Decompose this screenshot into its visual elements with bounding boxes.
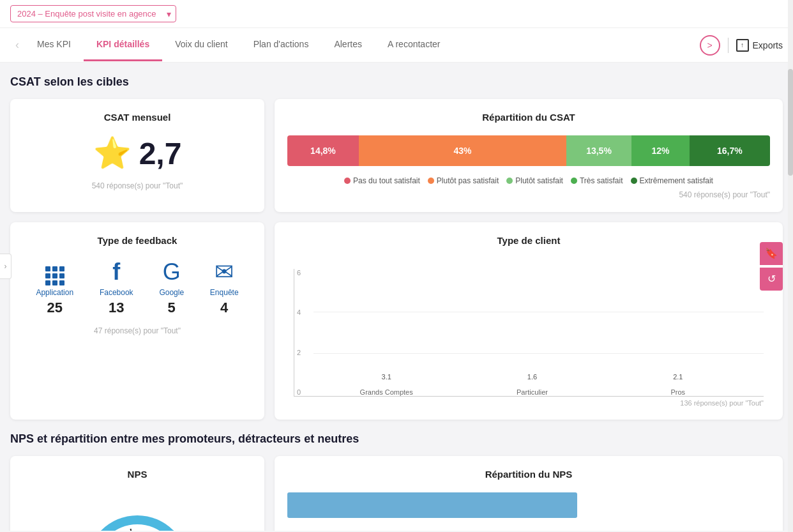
scrollbar-thumb[interactable]: [788, 69, 793, 176]
feedback-item-count: 5: [168, 300, 176, 316]
y-axis-label: 0: [297, 388, 301, 396]
feedback-item-label: Application: [36, 288, 73, 297]
y-axis: 0246: [294, 269, 303, 396]
feedback-item-count: 25: [47, 300, 63, 316]
side-btn-bookmark[interactable]: 🔖: [760, 242, 783, 265]
side-buttons: 🔖 ↺: [760, 242, 783, 291]
scrollbar-track[interactable]: [788, 0, 793, 531]
bar-bottom-label: Pros: [671, 388, 686, 396]
csat-mensuel-title: CSAT mensuel: [23, 112, 252, 123]
legend-item: Plutôt pas satisfait: [428, 176, 499, 185]
y-axis-label: 2: [297, 349, 301, 356]
bar-chart: 0246 3.1Grands Comptes1.6Particulier2.1P…: [294, 269, 764, 397]
nps-title: NPS: [23, 469, 252, 480]
nps-section-title: NPS et répartition entre mes promoteurs,…: [10, 432, 783, 446]
chart-area: 0246 3.1Grands Comptes1.6Particulier2.1P…: [287, 256, 770, 407]
csat-bar-segment: 12%: [631, 135, 690, 166]
tab-voix-client[interactable]: Voix du client: [162, 29, 241, 61]
csat-repartition-title: Répartition du CSAT: [287, 112, 770, 123]
feedback-item-google: GGoogle5: [159, 259, 184, 316]
bar-value-label: 2.1: [673, 373, 683, 381]
legend-item: Très satisfait: [571, 176, 623, 185]
nav-next-circle-btn[interactable]: >: [700, 35, 720, 56]
tab-alertes[interactable]: Alertes: [321, 29, 375, 61]
feedback-item-enquête: ✉Enquête4: [210, 259, 239, 316]
survey-dropdown-wrapper: 2024 – Enquête post visite en agence2023…: [10, 5, 176, 22]
exports-label: Exports: [753, 40, 783, 50]
bar-group-pros: 2.1Pros: [605, 373, 751, 396]
nps-cards-row: NPS Répartition du NPS: [10, 456, 783, 531]
nav-tabs: Mes KPI KPI détaillés Voix du client Pla…: [24, 29, 700, 61]
feedback-item-count: 4: [220, 300, 228, 316]
csat-legend: Pas du tout satisfaitPlutôt pas satisfai…: [287, 176, 770, 185]
left-collapse-arrow[interactable]: ›: [0, 254, 11, 279]
nps-needle: [130, 529, 138, 531]
side-btn-refresh[interactable]: ↺: [760, 268, 783, 291]
exports-button[interactable]: ↑ Exports: [736, 39, 783, 52]
client-chart-card: Type de client 0246 3.1Grands Comptes1.6…: [275, 222, 783, 420]
feedback-card: Type de feedback Application25fFacebook1…: [10, 222, 264, 420]
nav-right: > ↑ Exports: [700, 35, 783, 56]
feedback-item-count: 13: [109, 300, 124, 316]
csat-score-display: ⭐ 2,7: [23, 135, 252, 171]
feedback-item-label: Google: [159, 288, 184, 297]
csat-mensuel-footer: 540 réponse(s) pour "Tout": [23, 181, 252, 190]
feedback-item-application: Application25: [36, 266, 73, 316]
feedback-client-row: Type de feedback Application25fFacebook1…: [10, 222, 783, 420]
application-icon: [45, 266, 64, 285]
csat-repartition-card: Répartition du CSAT 14,8%43%13,5%12%16,7…: [275, 99, 783, 212]
bar-group-grandscomptes: 3.1Grands Comptes: [313, 373, 459, 396]
tab-plan-actions[interactable]: Plan d'actions: [241, 29, 322, 61]
star-icon: ⭐: [93, 135, 132, 171]
csat-bar-segment: 14,8%: [287, 135, 359, 166]
survey-dropdown[interactable]: 2024 – Enquête post visite en agence2023…: [10, 5, 176, 22]
tab-a-recontacter[interactable]: A recontacter: [375, 29, 453, 61]
nav-prev-arrow[interactable]: ‹: [10, 28, 24, 62]
feedback-item-facebook: fFacebook13: [100, 259, 133, 316]
nps-card: NPS: [10, 456, 264, 531]
top-bar: 2024 – Enquête post visite en agence2023…: [0, 0, 793, 28]
bar-group-particulier: 1.6Particulier: [459, 373, 605, 396]
y-axis-label: 4: [297, 308, 301, 316]
bar-value-label: 1.6: [527, 373, 537, 381]
google-icon: G: [163, 259, 181, 285]
csat-score-value: 2,7: [139, 136, 182, 171]
nav-divider: [728, 38, 729, 53]
grid-line-4: [313, 312, 764, 312]
bar-bottom-label: Grands Comptes: [360, 388, 413, 396]
csat-bar-segment: 16,7%: [690, 135, 770, 166]
nps-repartition-title: Répartition du NPS: [287, 469, 770, 480]
nps-bar-placeholder: [287, 492, 577, 518]
feedback-item-label: Facebook: [100, 288, 133, 297]
facebook-icon: f: [112, 259, 120, 285]
exports-icon: ↑: [736, 39, 749, 52]
csat-bar-segment: 13,5%: [566, 135, 631, 166]
tab-mes-kpi[interactable]: Mes KPI: [24, 29, 84, 61]
page-content: CSAT selon les cibles CSAT mensuel ⭐ 2,7…: [0, 63, 793, 531]
mail-icon: ✉: [215, 259, 234, 285]
legend-item: Extrêmement satisfait: [631, 176, 713, 185]
feedback-item-label: Enquête: [210, 288, 239, 297]
grid-line-2: [313, 353, 764, 354]
csat-bar-segment: 43%: [359, 135, 566, 166]
csat-bar: 14,8%43%13,5%12%16,7%: [287, 135, 770, 166]
bar-value-label: 3.1: [382, 373, 391, 381]
client-chart-title: Type de client: [287, 235, 770, 246]
legend-item: Pas du tout satisfait: [344, 176, 420, 185]
feedback-footer: 47 réponse(s) pour "Tout": [23, 326, 252, 335]
nps-repartition-card: Répartition du NPS: [275, 456, 783, 531]
nps-semicircle: [86, 515, 188, 531]
y-axis-label: 6: [297, 269, 301, 277]
feedback-title: Type de feedback: [23, 235, 252, 246]
csat-mensuel-card: CSAT mensuel ⭐ 2,7 540 réponse(s) pour "…: [10, 99, 264, 212]
feedback-icons: Application25fFacebook13GGoogle5✉Enquête…: [23, 259, 252, 316]
csat-repartition-footer: 540 réponse(s) pour "Tout": [287, 190, 770, 199]
csat-section-title: CSAT selon les cibles: [10, 75, 783, 89]
legend-item: Plutôt satisfait: [506, 176, 563, 185]
csat-cards-row: CSAT mensuel ⭐ 2,7 540 réponse(s) pour "…: [10, 99, 783, 212]
nps-chart-container: [23, 490, 252, 531]
chart-footer: 136 réponse(s) pour "Tout": [294, 399, 764, 407]
bar-bottom-label: Particulier: [517, 388, 548, 396]
tab-kpi-detailles[interactable]: KPI détaillés: [84, 29, 162, 61]
nav-bar: ‹ Mes KPI KPI détaillés Voix du client P…: [0, 28, 793, 63]
